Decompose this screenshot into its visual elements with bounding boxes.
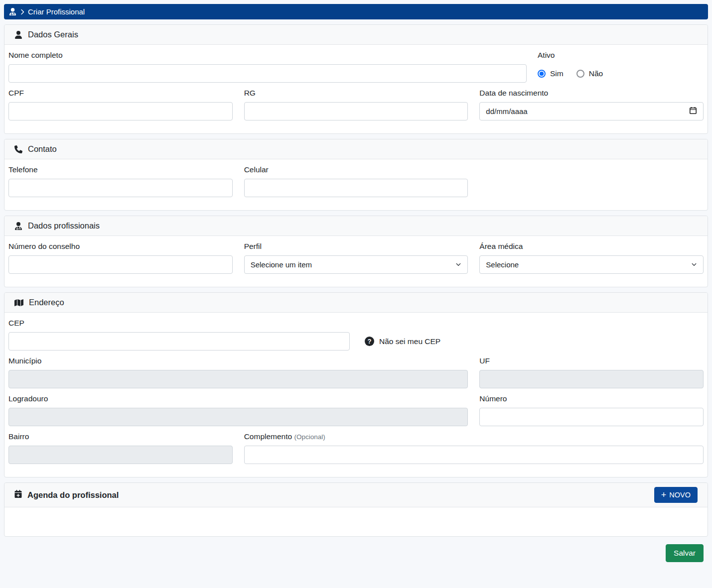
chevron-down-icon bbox=[691, 260, 697, 269]
card-dados-gerais-header: Dados Gerais bbox=[4, 25, 708, 45]
cpf-label: CPF bbox=[8, 89, 233, 98]
card-contato: Contato Telefone Celular bbox=[4, 139, 708, 211]
celular-label: Celular bbox=[244, 165, 468, 174]
user-doctor-icon bbox=[14, 222, 22, 230]
area-medica-label: Área médica bbox=[479, 242, 704, 251]
ativo-label: Ativo bbox=[538, 51, 704, 60]
date-placeholder: dd/mm/aaaa bbox=[486, 107, 527, 116]
field-uf: UF bbox=[479, 351, 704, 388]
card-contato-header: Contato bbox=[4, 139, 708, 159]
card-dados-gerais-body: Nome completo Ativo Sim Não bbox=[4, 45, 708, 133]
uf-label: UF bbox=[479, 356, 704, 365]
agenda-empty-body bbox=[4, 507, 708, 536]
numero-conselho-label: Número do conselho bbox=[8, 242, 233, 251]
cep-help-link[interactable]: ? Não sei meu CEP bbox=[365, 337, 440, 346]
field-bairro: Bairro bbox=[8, 426, 233, 464]
field-perfil: Perfil Selecione um item bbox=[244, 236, 468, 274]
complemento-label-text: Complemento bbox=[244, 432, 292, 441]
plus-icon: + bbox=[661, 491, 667, 498]
field-rg: RG bbox=[244, 83, 468, 120]
field-nome-completo: Nome completo bbox=[8, 45, 527, 83]
bairro-input bbox=[8, 446, 233, 464]
breadcrumb: Criar Profissional bbox=[4, 4, 708, 19]
field-data-nascimento: Data de nascimento dd/mm/aaaa bbox=[479, 83, 704, 120]
data-nascimento-input[interactable]: dd/mm/aaaa bbox=[479, 102, 704, 120]
numero-input[interactable] bbox=[479, 408, 704, 426]
card-endereco: Endereço CEP ? Não sei meu CEP Município bbox=[4, 292, 708, 477]
ativo-nao-option[interactable]: Não bbox=[576, 69, 603, 78]
field-area-medica: Área médica Selecione bbox=[479, 236, 704, 274]
card-agenda-header: Agenda do profissional + NOVO bbox=[4, 483, 708, 507]
phone-icon bbox=[14, 145, 22, 153]
area-medica-select[interactable]: Selecione bbox=[479, 255, 704, 274]
perfil-select[interactable]: Selecione um item bbox=[244, 255, 468, 274]
card-dados-profissionais-body: Número do conselho Perfil Selecione um i… bbox=[4, 236, 708, 287]
novo-button[interactable]: + NOVO bbox=[654, 487, 698, 503]
card-dados-gerais: Dados Gerais Nome completo Ativo Sim bbox=[4, 24, 708, 134]
section-title: Endereço bbox=[29, 298, 64, 307]
field-cpf: CPF bbox=[8, 83, 233, 120]
field-numero-conselho: Número do conselho bbox=[8, 236, 233, 274]
field-celular: Celular bbox=[244, 159, 468, 197]
page: Criar Profissional Dados Gerais Nome com… bbox=[0, 0, 712, 571]
card-contato-body: Telefone Celular bbox=[4, 159, 708, 210]
card-endereco-body: CEP ? Não sei meu CEP Município UF bbox=[4, 319, 708, 477]
user-icon bbox=[14, 31, 22, 39]
complemento-optional-note: (Opcional) bbox=[294, 433, 325, 441]
field-cep: CEP ? Não sei meu CEP bbox=[8, 319, 704, 351]
agenda-title: Agenda do profissional bbox=[14, 490, 119, 500]
perfil-label: Perfil bbox=[244, 242, 468, 251]
cep-label: CEP bbox=[8, 319, 704, 328]
ativo-radio-group: Sim Não bbox=[538, 64, 704, 83]
section-title: Contato bbox=[28, 144, 57, 154]
calendar-icon[interactable] bbox=[689, 107, 697, 116]
logradouro-label: Logradouro bbox=[8, 394, 468, 403]
calendar-plus-icon bbox=[14, 490, 22, 500]
ativo-sim-label: Sim bbox=[550, 69, 564, 78]
cep-input[interactable] bbox=[8, 332, 350, 351]
logradouro-input bbox=[8, 408, 468, 426]
cpf-input[interactable] bbox=[8, 102, 233, 120]
field-complemento: Complemento (Opcional) bbox=[244, 426, 704, 464]
section-title: Agenda do profissional bbox=[27, 490, 119, 500]
field-telefone: Telefone bbox=[8, 159, 233, 197]
radio-checked-icon[interactable] bbox=[538, 70, 546, 78]
ativo-nao-label: Não bbox=[589, 69, 603, 78]
card-agenda: Agenda do profissional + NOVO bbox=[4, 482, 708, 537]
municipio-input bbox=[8, 370, 468, 388]
municipio-label: Município bbox=[8, 356, 468, 365]
radio-unchecked-icon[interactable] bbox=[576, 70, 584, 78]
card-dados-profissionais: Dados profissionais Número do conselho P… bbox=[4, 216, 708, 287]
user-doctor-icon bbox=[9, 8, 16, 15]
cep-help-text: Não sei meu CEP bbox=[379, 337, 440, 346]
footer-actions: Salvar bbox=[4, 537, 708, 567]
field-ativo: Ativo Sim Não bbox=[538, 45, 704, 83]
field-logradouro: Logradouro bbox=[8, 388, 468, 426]
field-numero: Número bbox=[479, 388, 704, 426]
chevron-down-icon bbox=[455, 260, 461, 269]
complemento-label: Complemento (Opcional) bbox=[244, 432, 704, 441]
salvar-button[interactable]: Salvar bbox=[666, 544, 704, 562]
bairro-label: Bairro bbox=[8, 432, 233, 441]
section-title: Dados profissionais bbox=[28, 221, 100, 231]
rg-input[interactable] bbox=[244, 102, 468, 120]
celular-input[interactable] bbox=[244, 179, 468, 197]
nome-completo-label: Nome completo bbox=[8, 51, 527, 60]
rg-label: RG bbox=[244, 89, 468, 98]
card-endereco-header: Endereço bbox=[4, 293, 708, 313]
complemento-input[interactable] bbox=[244, 446, 704, 464]
data-nascimento-label: Data de nascimento bbox=[479, 89, 704, 98]
area-medica-selected-value: Selecione bbox=[486, 260, 519, 269]
numero-conselho-input[interactable] bbox=[8, 255, 233, 274]
numero-label: Número bbox=[479, 394, 704, 403]
uf-input bbox=[479, 370, 704, 388]
ativo-sim-option[interactable]: Sim bbox=[538, 69, 564, 78]
telefone-input[interactable] bbox=[8, 179, 233, 197]
card-dados-profissionais-header: Dados profissionais bbox=[4, 216, 708, 236]
perfil-selected-value: Selecione um item bbox=[251, 260, 312, 269]
telefone-label: Telefone bbox=[8, 165, 233, 174]
novo-button-label: NOVO bbox=[669, 491, 691, 499]
nome-completo-input[interactable] bbox=[8, 64, 527, 83]
question-circle-icon: ? bbox=[365, 337, 374, 346]
breadcrumb-title[interactable]: Criar Profissional bbox=[28, 7, 85, 16]
